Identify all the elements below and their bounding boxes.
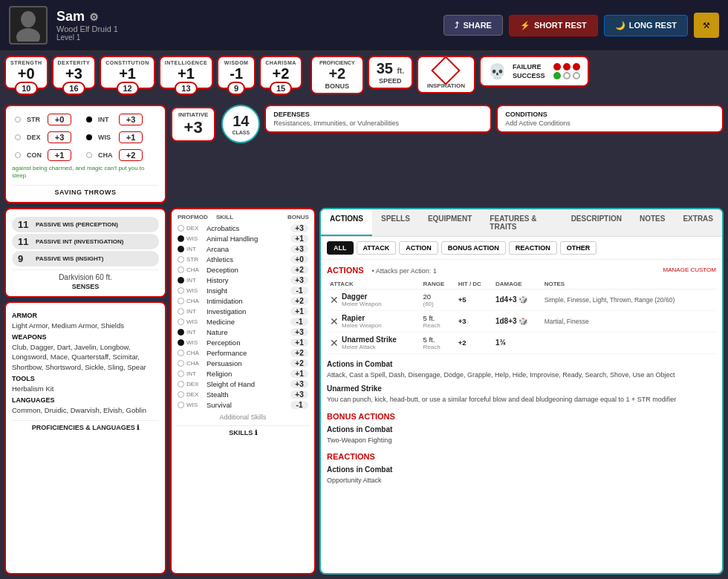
skill-row-perception[interactable]: WIS Perception +1: [176, 338, 310, 348]
skill-row-arcana[interactable]: INT Arcana +3: [176, 244, 310, 255]
skill-row-religion[interactable]: INT Religion +1: [176, 369, 310, 379]
skill-mod: CHA: [186, 350, 204, 356]
anvil-button[interactable]: ⚒: [694, 13, 719, 38]
languages-title: LANGUAGES: [12, 396, 159, 404]
attack-row-unarmed-strike[interactable]: ✕ Unarmed Strike Melee Attack 5 ft. Reac…: [327, 332, 716, 353]
skill-name: History: [207, 276, 288, 284]
passive-insight-row: 9 PASSIVE WIS (INSIGHT): [12, 251, 159, 266]
failure-dot-1[interactable]: [553, 63, 561, 71]
saving-throws-grid: STR +0 INT +3 DEX +3: [12, 112, 159, 163]
cha-save-dot[interactable]: [86, 152, 92, 158]
actions-header-left: ACTIONS • Attacks per Action: 1: [327, 266, 437, 275]
share-icon: ⤴: [455, 21, 459, 30]
combat-actions-title: Actions in Combat: [327, 360, 716, 368]
skill-bonus: +3: [290, 380, 308, 388]
col-range: RANGE: [420, 279, 455, 290]
tab-notes[interactable]: NOTES: [631, 209, 674, 236]
filter-btn-all[interactable]: ALL: [327, 241, 354, 255]
skill-row-stealth[interactable]: DEX Stealth +3: [176, 390, 310, 400]
skill-row-insight[interactable]: WIS Insight -1: [176, 286, 310, 296]
tab-actions[interactable]: ACTIONS: [321, 209, 372, 236]
col-notes: NOTES: [542, 279, 716, 290]
success-dot-1[interactable]: [553, 72, 561, 79]
failure-dot-3[interactable]: [573, 63, 580, 71]
weapon-range: 5 ft. Reach: [420, 332, 455, 353]
filter-btn-bonus-action[interactable]: BONUS ACTION: [441, 241, 506, 255]
skill-name: Insight: [207, 287, 288, 295]
skill-name: Medicine: [207, 318, 288, 326]
tab-bar: ACTIONSSPELLSEQUIPMENTFEATURES & TRAITSD…: [321, 209, 722, 237]
weapon-type: Melee Attack: [342, 344, 397, 350]
info-icon: ℹ: [255, 429, 257, 436]
weapon-damage: 1d4+3 🎲: [493, 289, 542, 310]
str-save-dot[interactable]: [15, 117, 21, 122]
tab-features-&-traits[interactable]: FEATURES & TRAITS: [481, 209, 562, 236]
unarmed-strike-title: Unarmed Strike: [327, 385, 716, 393]
skill-mod: INT: [186, 370, 204, 377]
weapon-cell: ✕ Unarmed Strike Melee Attack: [327, 332, 420, 353]
skill-row-acrobatics[interactable]: DEX Acrobatics +3: [176, 223, 310, 234]
skill-bonus: +1: [290, 338, 308, 347]
skill-row-deception[interactable]: CHA Deception +2: [176, 265, 310, 275]
con-save-dot[interactable]: [15, 152, 21, 158]
tab-extras[interactable]: EXTRAS: [674, 209, 722, 236]
manage-custom-button[interactable]: MANAGE CUSTOM: [663, 266, 716, 273]
skill-mod: DEX: [186, 381, 204, 387]
defenses-box: DEFENSES Resistances, Immunities, or Vul…: [264, 105, 492, 133]
actions-panel: ACTIONSSPELLSEQUIPMENTFEATURES & TRAITSD…: [319, 208, 724, 575]
wis-save-dot[interactable]: [86, 134, 92, 140]
skill-row-history[interactable]: INT History +3: [176, 275, 310, 286]
skill-row-persuasion[interactable]: CHA Persuasion +2: [176, 359, 310, 369]
skill-row-performance[interactable]: CHA Performance +2: [176, 348, 310, 359]
attack-row-rapier[interactable]: ✕ Rapier Melee Weapon 5 ft. Reach +3 1d8…: [327, 310, 716, 332]
attack-row-dagger[interactable]: ✕ Dagger Melee Weapon 20 (60) +5 1d4+3 🎲…: [327, 289, 716, 310]
long-rest-button[interactable]: 🌙 LONG REST: [604, 15, 688, 36]
skill-bonus: +1: [290, 370, 308, 378]
attack-table-header: ATTACK RANGE HIT / DC DAMAGE NOTES: [327, 279, 716, 290]
svg-point-1: [16, 28, 40, 42]
skill-bonus: +3: [290, 245, 308, 253]
add-skills-button[interactable]: Additional Skills: [176, 413, 310, 421]
skill-name: Athletics: [207, 255, 288, 264]
skill-row-survival[interactable]: WIS Survival -1: [176, 400, 310, 410]
skill-mod: DEX: [186, 391, 204, 398]
tab-description[interactable]: DESCRIPTION: [562, 209, 631, 236]
skill-row-intimidation[interactable]: CHA Intimidation +2: [176, 296, 310, 307]
int-save-dot[interactable]: [86, 117, 92, 122]
dex-save-dot[interactable]: [15, 134, 21, 140]
wisdom-stat: WISDOM -1 9: [217, 56, 256, 89]
failure-dot-2[interactable]: [563, 63, 571, 71]
skill-row-animal-handling[interactable]: WIS Animal Handling +1: [176, 234, 310, 244]
cha-save-row: CHA +2: [83, 149, 143, 161]
skill-name: Perception: [207, 338, 288, 347]
initiative-box: INITIATIVE +3: [171, 107, 215, 142]
filter-btn-other[interactable]: OTHER: [560, 241, 597, 255]
weapon-hit: +5: [455, 289, 493, 310]
skill-row-sleight-of-hand[interactable]: DEX Sleight of Hand +3: [176, 379, 310, 390]
filter-btn-reaction[interactable]: REACTION: [509, 241, 557, 255]
armor-title: ARMOR: [12, 312, 159, 319]
weapon-cell: ✕ Dagger Melee Weapon: [327, 289, 420, 310]
skill-row-nature[interactable]: INT Nature +3: [176, 327, 310, 338]
tab-spells[interactable]: SPELLS: [372, 209, 419, 236]
short-rest-button[interactable]: ⚡ SHORT REST: [509, 15, 598, 36]
saving-throws-panel: STR +0 INT +3 DEX +3: [4, 105, 166, 203]
skill-row-athletics[interactable]: STR Athletics +0: [176, 255, 310, 265]
skill-name: Stealth: [207, 390, 288, 399]
inspiration-diamond[interactable]: [432, 56, 461, 85]
success-dot-3[interactable]: [573, 72, 580, 79]
settings-icon[interactable]: ⚙: [89, 11, 99, 23]
skill-mod: STR: [186, 256, 204, 263]
bonus-actions-title: BONUS ACTIONS: [327, 412, 716, 421]
two-weapon-fighting-text: Two-Weapon Fighting: [327, 436, 716, 445]
tab-equipment[interactable]: EQUIPMENT: [419, 209, 481, 236]
success-dot-2[interactable]: [563, 72, 571, 79]
filter-btn-attack[interactable]: ATTACK: [357, 241, 397, 255]
proficiency-box: PROFICIENCY +2 BONUS: [311, 56, 364, 94]
skill-name: Performance: [207, 349, 288, 357]
skill-row-investigation[interactable]: INT Investigation +1: [176, 307, 310, 317]
filter-btn-action[interactable]: ACTION: [399, 241, 438, 255]
skill-row-medicine[interactable]: WIS Medicine -1: [176, 317, 310, 327]
str-save-row: STR +0: [12, 114, 71, 125]
share-button[interactable]: ⤴ SHARE: [443, 15, 503, 36]
